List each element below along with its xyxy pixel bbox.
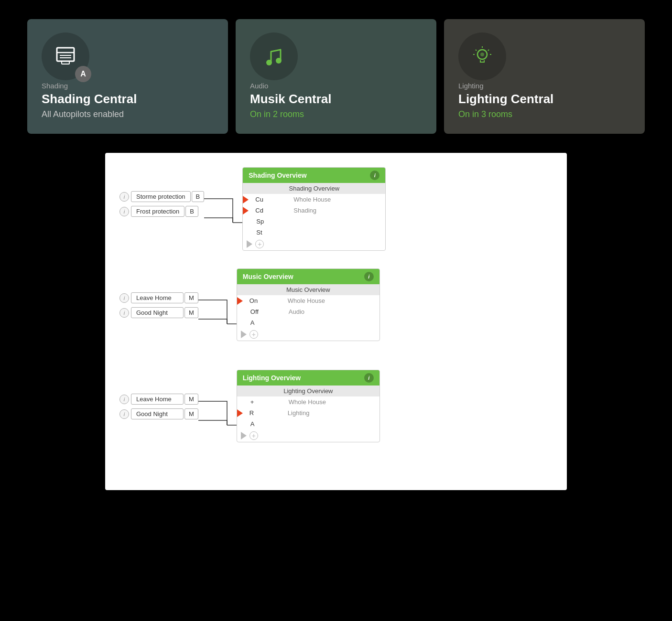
overview-info-btn[interactable]: i <box>364 373 374 383</box>
overview-row: + Whole House <box>237 396 379 407</box>
info-button[interactable]: i <box>119 192 129 202</box>
card-icon-area <box>250 32 298 80</box>
overview-footer: + <box>243 238 385 250</box>
overview-row: On Whole House <box>237 295 379 306</box>
icon-circle <box>250 32 298 80</box>
add-button[interactable]: + <box>255 240 264 248</box>
input-row: i Good Night M <box>119 307 198 318</box>
row-col2 <box>283 422 294 426</box>
row-col1: Cu <box>249 194 288 205</box>
row-col2: Shading <box>288 205 322 216</box>
row-col1: On <box>244 295 282 306</box>
card-audio[interactable]: Audio Musik Central On in 2 rooms <box>236 19 436 134</box>
svg-line-9 <box>488 50 489 51</box>
red-triangle <box>237 409 243 417</box>
add-button[interactable]: + <box>249 431 258 440</box>
overview-box-music-diagram: Music Overview i Music Overview On Whole… <box>237 268 380 341</box>
input-label: Leave Home <box>131 394 184 405</box>
card-lighting[interactable]: Lighting Lighting Central On in 3 rooms <box>444 19 645 134</box>
input-badge: M <box>184 394 198 405</box>
overview-row: Cd Shading <box>243 205 385 216</box>
add-button[interactable]: + <box>249 330 258 339</box>
diagram-section-shading-diagram: i Storme protection B i Frost protection… <box>119 167 553 254</box>
info-button[interactable]: i <box>119 308 129 318</box>
red-triangle <box>243 196 249 203</box>
badge-a: A <box>75 66 91 82</box>
svg-point-5 <box>266 60 272 65</box>
overview-row: Sp <box>243 216 385 227</box>
row-col2 <box>289 231 300 235</box>
input-label: Frost protection <box>131 206 184 217</box>
svg-point-6 <box>276 58 282 64</box>
row-col2: Whole House <box>283 396 332 407</box>
card-category: Shading <box>42 82 214 90</box>
overview-title: Shading Overview <box>249 171 306 179</box>
input-label: Good Night <box>131 307 184 318</box>
row-col1: St <box>250 227 289 238</box>
overview-box-shading-diagram: Shading Overview i Shading Overview Cu W… <box>242 167 386 251</box>
overview-row: St <box>243 227 385 238</box>
diagram-section-music-diagram: i Leave Home M i Good Night M Music Over… <box>119 268 553 355</box>
icon-circle: A <box>42 32 89 80</box>
input-badge: M <box>184 408 198 419</box>
overview-title: Lighting Overview <box>243 374 301 382</box>
card-status: On in 3 rooms <box>458 109 630 119</box>
input-badge: B <box>185 206 198 217</box>
overview-row: R Lighting <box>237 407 379 418</box>
row-col2: Whole House <box>288 194 336 205</box>
svg-rect-4 <box>62 61 69 64</box>
input-row: i Good Night M <box>119 408 198 419</box>
diagram-section-lighting-diagram: i Leave Home M i Good Night M Lighting O… <box>119 370 553 457</box>
overview-row: Cu Whole House <box>243 194 385 205</box>
input-label: Storme protection <box>131 191 191 202</box>
row-col2: Lighting <box>282 407 315 418</box>
overview-subtitle: Shading Overview <box>243 183 385 194</box>
overview-info-btn[interactable]: i <box>370 171 379 180</box>
input-row: i Frost protection B <box>119 206 204 217</box>
card-shading[interactable]: A Shading Shading Central All Autopilots… <box>27 19 228 134</box>
svg-point-13 <box>480 53 484 56</box>
connector-svg <box>198 394 237 457</box>
input-row: i Leave Home M <box>119 394 198 405</box>
overview-subtitle: Lighting Overview <box>237 385 379 396</box>
card-title: Musik Central <box>250 92 422 107</box>
diagram-wrapper: i Storme protection B i Frost protection… <box>105 153 567 490</box>
gray-arrow <box>241 432 247 439</box>
card-icon-area: A <box>42 32 89 80</box>
input-badge: M <box>184 292 198 303</box>
gray-arrow <box>241 331 247 338</box>
overview-row: A <box>237 317 379 328</box>
icon-circle <box>458 32 506 80</box>
card-icon-area <box>458 32 506 80</box>
row-col1: + <box>245 396 283 407</box>
overview-info-btn[interactable]: i <box>364 272 374 281</box>
overview-row: Off Audio <box>237 306 379 317</box>
info-button[interactable]: i <box>119 207 129 216</box>
red-triangle <box>243 207 249 214</box>
overview-title: Music Overview <box>243 273 293 280</box>
svg-line-10 <box>476 50 477 51</box>
overview-box-lighting-diagram: Lighting Overview i Lighting Overview + … <box>237 370 380 442</box>
card-status: On in 2 rooms <box>250 109 422 119</box>
input-badge: B <box>192 191 205 202</box>
row-col1: R <box>244 407 282 418</box>
info-button[interactable]: i <box>119 395 129 404</box>
top-cards: A Shading Shading Central All Autopilots… <box>0 0 672 148</box>
card-status: All Autopilots enabled <box>42 109 214 119</box>
svg-rect-0 <box>57 48 74 61</box>
row-col2: Audio <box>283 306 310 317</box>
row-col1: A <box>245 317 283 328</box>
input-row: i Storme protection B <box>119 191 204 202</box>
row-col1: Cd <box>249 205 288 216</box>
left-inputs: i Leave Home M i Good Night M <box>119 292 198 318</box>
overview-header: Lighting Overview i <box>237 370 379 385</box>
connector-svg <box>204 191 242 254</box>
card-category: Lighting <box>458 82 630 90</box>
input-row: i Leave Home M <box>119 292 198 303</box>
info-button[interactable]: i <box>119 409 129 419</box>
row-col2 <box>283 321 294 325</box>
input-label: Leave Home <box>131 292 184 303</box>
red-triangle <box>237 297 243 305</box>
row-col1: Sp <box>250 216 289 227</box>
info-button[interactable]: i <box>119 293 129 303</box>
